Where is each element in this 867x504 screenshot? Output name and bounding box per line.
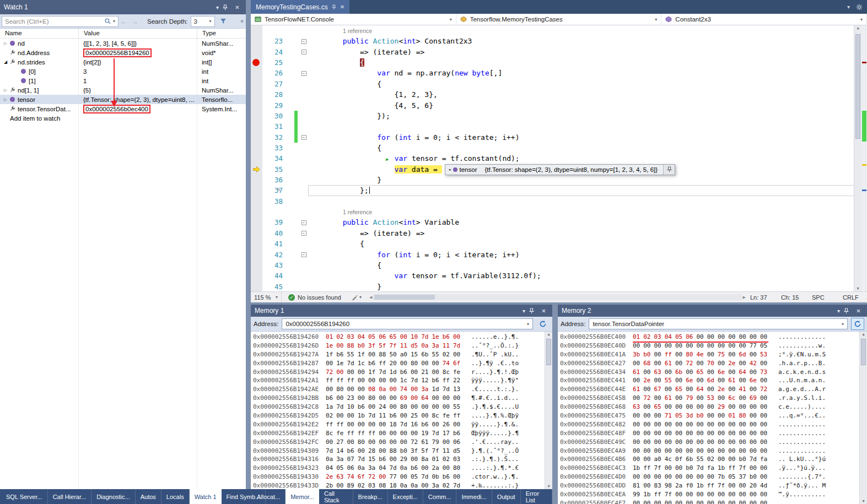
breakpoint-margin[interactable] xyxy=(251,196,262,207)
code-text[interactable]: { xyxy=(308,260,867,270)
code-line[interactable]: 30 }); xyxy=(251,111,867,121)
search-depth-select[interactable]: 3 ▾ xyxy=(191,16,215,27)
scroll-up-icon[interactable]: ▲ xyxy=(860,332,867,337)
breakpoint-margin[interactable] xyxy=(251,68,262,78)
code-line[interactable]: 24- => (iterate) => xyxy=(251,47,867,57)
filter-icon[interactable] xyxy=(220,18,227,24)
zoom-control[interactable]: 115 % ▾ xyxy=(251,292,282,302)
breakpoint-margin[interactable] xyxy=(251,164,262,175)
breakpoint-margin[interactable] xyxy=(251,270,262,281)
code-text[interactable]: var tensor = tf.Variable(3112.0f); xyxy=(308,270,867,281)
refresh-icon[interactable] xyxy=(536,318,550,330)
scrollbar-track[interactable]: ▲ ▼ xyxy=(854,25,861,291)
fold-toggle[interactable]: - xyxy=(299,250,308,260)
code-text[interactable]: {4, 5, 6} xyxy=(308,100,867,111)
code-text[interactable]: } xyxy=(308,175,867,185)
code-text[interactable]: public Action<int> Constant2x3 xyxy=(308,36,867,46)
editor-vertical-scrollbar[interactable]: ▲ ▼ xyxy=(854,25,867,291)
watch-row[interactable]: ▷nd[1, 1]{5}NumShar... xyxy=(0,85,246,95)
breakpoint-margin[interactable] xyxy=(251,250,262,260)
codelens-references[interactable]: 1 reference xyxy=(343,26,372,36)
code-line[interactable]: 34 ▶ var tensor = tf.constant(nd); xyxy=(251,153,867,164)
code-text[interactable]: for (int i = 0; i < iterate; i++) xyxy=(308,250,867,260)
search-options-icon[interactable]: ▾ xyxy=(113,19,115,24)
tool-tab-excepti[interactable]: Excepti... xyxy=(388,489,423,504)
breakpoint-margin[interactable] xyxy=(251,207,262,217)
datatip-pin-icon[interactable] xyxy=(663,165,675,175)
code-editor[interactable]: 1 reference23- public Action<int> Consta… xyxy=(251,25,867,291)
breakpoint-margin[interactable] xyxy=(251,100,262,111)
code-line[interactable]: 42- for (int i = 0; i < iterate; i++) xyxy=(251,250,867,260)
window-position-icon[interactable]: ▾ xyxy=(519,308,529,314)
code-text[interactable]: { xyxy=(308,143,867,153)
code-text[interactable]: public Action<int> Variable xyxy=(308,217,867,227)
code-line[interactable]: 43 { xyxy=(251,260,867,270)
memory2-hex-view[interactable]: 0x000002556B0EC4000102030405060000000000… xyxy=(558,332,867,504)
fold-toggle[interactable]: - xyxy=(299,217,308,227)
memory2-titlebar[interactable]: Memory 2 ▾ ✕ xyxy=(558,305,867,317)
toolbar-overflow-icon[interactable]: » xyxy=(240,20,246,23)
scroll-right-icon[interactable]: ▶ xyxy=(743,295,746,300)
tool-tab-error-list[interactable]: Error List xyxy=(521,489,552,504)
code-line[interactable]: 40- => (iterate) => xyxy=(251,228,867,239)
scrollbar-thumb[interactable] xyxy=(855,34,860,139)
scrollbar-thumb[interactable] xyxy=(861,339,866,365)
datatip-expander-icon[interactable]: ▸ xyxy=(449,167,451,172)
watch-row[interactable]: tensor.TensorDat...0x000002556b0ec400Sys… xyxy=(0,104,246,113)
scroll-up-icon[interactable]: ▲ xyxy=(545,332,552,337)
collapse-minus-icon[interactable]: - xyxy=(301,231,306,236)
breakpoint-margin[interactable] xyxy=(251,111,262,121)
breakpoint-margin[interactable] xyxy=(251,260,262,270)
collapse-minus-icon[interactable]: - xyxy=(301,71,306,76)
watch-titlebar[interactable]: Watch 1 ▾ ✕ xyxy=(0,0,246,14)
code-line[interactable]: 36 } xyxy=(251,175,867,185)
breakpoint-margin[interactable] xyxy=(251,47,262,57)
fold-toggle[interactable]: - xyxy=(299,36,308,46)
code-line[interactable]: 44 var tensor = tf.Variable(3112.0f); xyxy=(251,270,867,281)
collapse-minus-icon[interactable]: - xyxy=(301,39,306,44)
breakpoint-margin[interactable] xyxy=(251,281,262,291)
pin-icon[interactable] xyxy=(529,308,538,314)
expander-expanded-icon[interactable]: ◢ xyxy=(2,59,9,64)
code-text[interactable]: } xyxy=(308,281,867,291)
code-text[interactable]: ▶ var tensor = tf.constant(nd); xyxy=(308,153,867,164)
breakpoint-margin[interactable] xyxy=(251,89,262,100)
collapse-minus-icon[interactable]: - xyxy=(301,252,306,257)
collapse-minus-icon[interactable]: - xyxy=(301,50,306,55)
pin-icon[interactable] xyxy=(223,4,232,10)
expander-collapsed-icon[interactable]: ▷ xyxy=(2,97,9,102)
code-text[interactable]: var nd = np.array(new byte[,] xyxy=(308,68,867,78)
breakpoint-icon[interactable] xyxy=(252,59,260,66)
code-line[interactable]: 28 {1, 2, 3}, xyxy=(251,89,867,100)
code-line[interactable]: 37 };✎ xyxy=(251,185,867,196)
tool-tab-locals[interactable]: Locals xyxy=(161,489,190,504)
tool-tab-watch-1[interactable]: Watch 1 xyxy=(190,489,222,504)
code-line[interactable]: 25 { xyxy=(251,57,867,68)
search-back-icon[interactable]: ← xyxy=(121,18,127,25)
code-text[interactable] xyxy=(308,196,867,207)
breakpoint-margin[interactable] xyxy=(251,175,262,185)
code-text[interactable] xyxy=(308,121,867,132)
watch-row[interactable]: ▷tensor{tf.Tensor: shape=(2, 3), dtype=u… xyxy=(0,95,246,104)
memory1-scrollbar[interactable]: ▲ ▼ xyxy=(545,332,552,489)
memory1-titlebar[interactable]: Memory 1 ▾ ✕ xyxy=(251,305,552,317)
scroll-down-icon[interactable]: ▼ xyxy=(854,286,861,291)
fold-toggle[interactable]: - xyxy=(299,47,308,57)
tool-tab-autos[interactable]: Autos xyxy=(136,489,161,504)
breakpoint-margin[interactable] xyxy=(251,121,262,132)
tool-tab-diagnostic[interactable]: Diagnostic... xyxy=(91,489,136,504)
watch-row[interactable]: ▷nd{[[1, 2, 3], [4, 5, 6]]}NumShar... xyxy=(0,39,246,48)
code-line[interactable]: 45 } xyxy=(251,281,867,291)
code-text[interactable]: => (iterate) => xyxy=(308,47,867,57)
code-line[interactable]: 39- public Action<int> Variable xyxy=(251,217,867,227)
breakpoint-margin[interactable] xyxy=(251,25,262,36)
hscroll-track[interactable] xyxy=(373,294,741,300)
fold-toggle[interactable]: - xyxy=(299,132,308,143)
document-health-button[interactable]: ▾ xyxy=(348,292,365,302)
type-dropdown[interactable]: Tensorflow.MemoryTestingCases ▾ xyxy=(456,14,662,25)
watch-row[interactable]: ◢nd.strides{int[2]}int[] xyxy=(0,57,246,67)
issues-indicator[interactable]: ✓ No issues found xyxy=(284,292,346,302)
breakpoint-margin[interactable] xyxy=(251,57,262,68)
code-line[interactable]: 41 { xyxy=(251,239,867,249)
code-line[interactable]: 27 { xyxy=(251,79,867,89)
